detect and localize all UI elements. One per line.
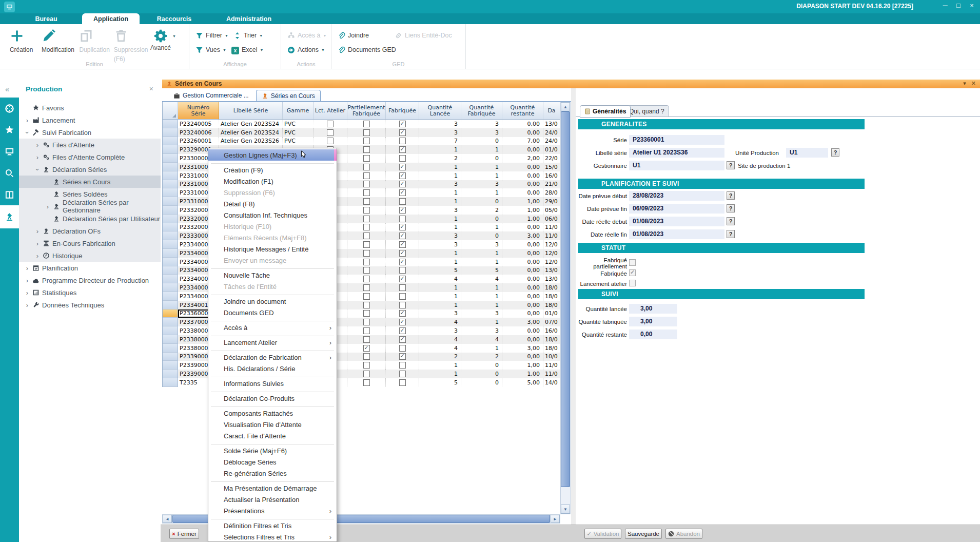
context-menu-item[interactable]: Déclaration de Fabrication › [208, 352, 337, 363]
cell-quantite-restante[interactable]: 1,00 [502, 197, 543, 206]
cell-partiellement-fabriquee[interactable] [347, 137, 386, 146]
tree-expand-icon[interactable] [33, 166, 42, 173]
cell-libelle-serie[interactable]: Atelier Gen 2023S26 [219, 137, 283, 146]
strip-icon[interactable] [0, 205, 19, 228]
cell-date[interactable]: 24/0 [543, 137, 560, 146]
row-selector[interactable] [163, 223, 178, 232]
menu-tab[interactable]: Raccourcis [147, 13, 201, 24]
cell-fabriquee[interactable] [386, 283, 419, 292]
checkbox[interactable] [399, 189, 406, 196]
strip-icon[interactable] [0, 184, 19, 205]
checkbox[interactable] [363, 224, 370, 230]
checkbox[interactable] [363, 172, 370, 179]
column-header[interactable]: Lct. Atelier [313, 102, 347, 120]
cell-quantite-fabriquee[interactable]: 4 [461, 275, 502, 283]
checkbox[interactable] [327, 129, 334, 136]
cell-fabriquee[interactable] [386, 128, 419, 137]
dock-chevron-icon[interactable]: ▾ [963, 80, 966, 87]
vertical-scrollbar[interactable]: ▲ ▼ [560, 102, 571, 514]
checkbox[interactable] [363, 207, 370, 214]
cell-date[interactable]: 24/0 [543, 128, 560, 137]
row-selector[interactable] [163, 275, 178, 283]
cell-quantite-lancee[interactable]: 1 [419, 197, 461, 206]
cell-quantite-fabriquee[interactable]: 3 [461, 120, 502, 128]
cell-quantite-restante[interactable]: 0,00 [502, 258, 543, 266]
cell-quantite-lancee[interactable]: 1 [419, 370, 461, 378]
menu-tab[interactable]: Application [82, 13, 140, 24]
cell-quantite-lancee[interactable]: 3 [419, 240, 461, 249]
cell-date[interactable]: 28/0 [543, 188, 560, 197]
cell-numero-serie[interactable]: P23240006 [178, 128, 219, 137]
ribbon-button[interactable]: Actions ▼ [287, 45, 325, 55]
context-menu-item[interactable]: Détail (F8) › [208, 198, 337, 209]
tree-item[interactable]: Files d'Attente Complète [19, 151, 161, 163]
cell-partiellement-fabriquee[interactable] [347, 163, 386, 171]
cell-fabriquee[interactable] [386, 275, 419, 283]
context-menu-item[interactable]: › [208, 441, 337, 445]
ribbon-button[interactable]: Accès à ▼ [287, 30, 326, 41]
row-selector[interactable] [163, 318, 178, 326]
cell-fabriquee[interactable] [386, 137, 419, 146]
cell-quantite-restante[interactable]: 1,00 [502, 370, 543, 378]
context-menu-item[interactable]: › [208, 318, 337, 322]
row-selector[interactable] [163, 266, 178, 275]
checkbox[interactable] [363, 327, 370, 334]
checkbox[interactable] [399, 250, 406, 257]
checkbox[interactable] [363, 164, 370, 170]
help-button[interactable]: ? [727, 217, 735, 225]
row-selector[interactable] [163, 326, 178, 335]
context-menu-item[interactable]: › [208, 374, 337, 378]
cell-quantite-lancee[interactable]: 7 [419, 137, 461, 146]
cell-fabriquee[interactable] [386, 335, 419, 344]
checkbox[interactable] [363, 302, 370, 308]
context-menu-item[interactable]: Eléments Récents (Maj+F8) › [208, 232, 337, 243]
cell-quantite-restante[interactable]: 1,00 [502, 361, 543, 370]
cell-date[interactable]: 12/0 [543, 240, 560, 249]
checkbox[interactable] [363, 155, 370, 162]
checkbox[interactable] [399, 233, 406, 239]
checkbox[interactable] [399, 293, 406, 300]
tree-expand-icon[interactable] [44, 203, 52, 210]
row-selector[interactable] [163, 283, 178, 292]
cell-quantite-fabriquee[interactable]: 1 [461, 249, 502, 258]
cell-libelle-serie[interactable]: Atelier Gen 2023S24 [219, 128, 283, 137]
cell-date[interactable]: 01/0 [543, 145, 560, 154]
context-menu-item[interactable]: Actualiser la Présentation › [208, 494, 337, 505]
checkbox[interactable] [399, 302, 406, 308]
tree-item[interactable]: Déclaration OFs [19, 225, 161, 237]
cell-date[interactable]: 07/0 [543, 318, 560, 326]
cell-fabriquee[interactable] [386, 361, 419, 370]
row-selector[interactable] [163, 215, 178, 223]
tree-expand-icon[interactable] [23, 264, 31, 272]
cell-fabriquee[interactable] [386, 292, 419, 301]
quantite-lancee-field[interactable]: 3,00 [629, 304, 677, 314]
row-selector[interactable] [163, 154, 178, 163]
cell-quantite-restante[interactable]: 0,00 [502, 266, 543, 275]
tree-item[interactable]: Favoris [19, 102, 161, 114]
strip-icon[interactable] [0, 162, 19, 184]
cell-quantite-lancee[interactable]: 1 [419, 163, 461, 171]
table-row[interactable]: P23240006 Atelier Gen 2023S24 PVC 3 3 0,… [163, 128, 560, 137]
cell-date[interactable]: 13/0 [543, 120, 560, 128]
tree-expand-icon[interactable] [33, 252, 42, 260]
cell-quantite-lancee[interactable]: 3 [419, 326, 461, 335]
checkbox[interactable] [399, 224, 406, 230]
checkbox[interactable] [399, 379, 406, 386]
date-reelle-fin-field[interactable]: 01/08/2023 [629, 229, 724, 239]
cell-fabriquee[interactable] [386, 344, 419, 353]
cell-fabriquee[interactable] [386, 249, 419, 258]
cell-date[interactable]: 18/0 [543, 335, 560, 344]
row-selector[interactable] [163, 378, 178, 387]
vertical-scrollbar-thumb[interactable] [561, 111, 570, 487]
cell-fabriquee[interactable] [386, 154, 419, 163]
row-selector[interactable] [163, 206, 178, 215]
cell-date[interactable]: 05/0 [543, 206, 560, 215]
context-menu-item[interactable]: Envoyer un message › [208, 255, 337, 266]
cell-fabriquee[interactable] [386, 188, 419, 197]
cell-partiellement-fabriquee[interactable] [347, 370, 386, 378]
cell-quantite-fabriquee[interactable]: 3 [461, 180, 502, 189]
menu-tab[interactable]: Bureau [26, 13, 67, 24]
strip-icon[interactable] [0, 141, 19, 162]
cell-partiellement-fabriquee[interactable] [347, 197, 386, 206]
checkbox[interactable] [363, 129, 370, 136]
